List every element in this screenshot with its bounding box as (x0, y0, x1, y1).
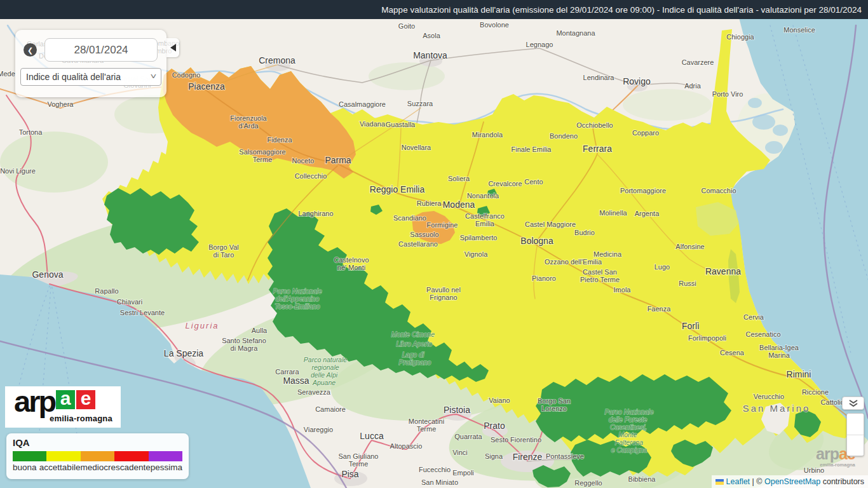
map-label: Codogno (172, 71, 201, 79)
arpae-logo-green-box: a (56, 390, 75, 409)
map-label: Soliera (448, 175, 470, 182)
map-label: Mede (0, 70, 15, 78)
map-label: Forlì (682, 321, 700, 331)
map-label: Mirandola (472, 131, 503, 139)
map-label: Parma (325, 155, 351, 165)
legend-segment-buona (13, 451, 46, 461)
map-label: Lorenzo (541, 405, 567, 412)
map-label: Lugo (654, 263, 670, 271)
map-attribution: Leaflet | © OpenStreetMap contributors (712, 475, 868, 488)
map-label: Liguria (185, 321, 219, 330)
osm-link[interactable]: OpenStreetMap (764, 477, 820, 486)
map-label: Castelnovo (334, 256, 369, 264)
map-label: Ferrara (583, 144, 612, 154)
legend-label-accettabile: accettabile (39, 463, 81, 472)
map-label: Occhiobello (576, 121, 613, 129)
map-label: Bellaria-Igea (759, 344, 799, 351)
map-shape (765, 141, 783, 154)
zoom-in-button[interactable] (847, 414, 864, 435)
map-label: Pontassieve (546, 452, 584, 460)
date-input[interactable]: 28/01/2024 (44, 38, 158, 62)
map-label: Guastalla (386, 121, 416, 128)
map-label: Cavarzere (682, 58, 714, 66)
coastline-collapse-button[interactable] (842, 396, 864, 410)
zoom-out-button[interactable] (847, 435, 864, 456)
map-label: Collecchio (295, 172, 327, 180)
map-label: Borgo Val (208, 243, 239, 251)
map-label: Bologna (520, 236, 553, 246)
map-label: Castelfranco (465, 212, 505, 220)
legend-segment-pessima (149, 451, 182, 461)
map-label: Parco Nazionale (273, 287, 322, 295)
map-label: Cesenatico (745, 330, 780, 338)
map-label: Montagnana (556, 29, 595, 37)
map-label: Novellara (402, 144, 431, 151)
map-label: Novi Ligure (0, 167, 36, 175)
watermark-subtitle: emilia-romagna (816, 463, 855, 468)
legend-labels: buonaaccettabilemediocrescadentepessima (13, 463, 182, 472)
map-label: Adria (684, 82, 702, 90)
map-label: Ozzano dell'Emilia (545, 258, 602, 266)
map-label: Fidenza (267, 136, 292, 144)
map-label: ne' Monti (337, 264, 365, 271)
date-value: 28/01/2024 (74, 44, 128, 57)
map-label: Forlimpopoli (688, 334, 726, 342)
map-label: Fiorenzuola (230, 114, 267, 122)
map-label: dell'Appennino (276, 295, 320, 302)
map-label: Spilamberto (460, 234, 498, 241)
map-label: Terme (253, 156, 273, 163)
ukraine-flag-icon (715, 479, 724, 485)
map-label: Rubiera (417, 200, 442, 207)
map-label: Viadana (360, 120, 386, 128)
map-label: Molinella (599, 209, 627, 217)
map-label: Nonantola (467, 192, 499, 200)
map-label: Reggello (574, 479, 602, 487)
panel-collapse-button[interactable] (166, 38, 179, 57)
map-label: delle Foreste (609, 416, 648, 423)
legend-segment-accettabile (46, 451, 80, 461)
map-label: Crevalcore (488, 180, 522, 187)
map-label: Parco Nazionale (604, 408, 653, 416)
map-label: Lucca (360, 431, 384, 441)
map-label: Santo Stefano (222, 337, 266, 344)
aqi-legend: IQA buonaaccettabilemediocrescadentepess… (6, 433, 189, 479)
map-label: Genova (32, 269, 63, 280)
map-label: Pavullo nel (426, 286, 461, 294)
map-label: Apuane (312, 379, 336, 386)
map-label: Pistoia (444, 405, 470, 415)
legend-label-pessima: pessima (151, 463, 182, 472)
map-label: Pietro Terme (580, 276, 620, 283)
map-label: Formigine (427, 221, 458, 229)
control-panel: ❮ 28/01/2024 Indice di qualità dell'aria… (15, 30, 166, 97)
layer-select[interactable]: Indice di qualità dell'aria ˅ (20, 68, 161, 86)
map-label: Riccione (802, 388, 829, 396)
leaflet-link[interactable]: Leaflet (726, 477, 750, 486)
map-label: Mantova (413, 50, 447, 60)
double-chevron-down-icon (848, 400, 858, 407)
map-label: Seravezza (297, 388, 331, 396)
map-label: Cremona (259, 55, 295, 65)
map-label: Tosco-Emiliano (275, 302, 320, 310)
legend-segment-mediocre (81, 451, 114, 461)
map-label: regionale (311, 363, 339, 371)
map-label: Rovigo (623, 76, 651, 86)
legend-segment-scadente (114, 451, 148, 461)
map-label: San Miniato (421, 478, 458, 486)
map-label: Salsomaggiore (239, 148, 285, 156)
map-label: Piacenza (188, 81, 225, 92)
previous-day-button[interactable]: ❮ (24, 43, 37, 57)
legend-label-buona: buona (13, 463, 39, 472)
map-label: Pianoro (532, 274, 556, 282)
map-label: Prato (484, 421, 505, 431)
legend-color-bar (13, 451, 182, 461)
map-label: d'Arda (238, 122, 259, 130)
map-label: Asola (423, 32, 440, 39)
map-label: Faenza (648, 305, 672, 313)
map-label: Alfonsine (675, 243, 704, 250)
layer-select-value: Indice di qualità dell'aria (26, 72, 121, 82)
map-label: Bondeno (550, 132, 578, 140)
map-label: Portomaggiore (620, 187, 666, 194)
map-label: Chioggia (726, 33, 754, 41)
map-label: delle Alpi (311, 371, 338, 379)
map-label: Rimini (787, 369, 811, 379)
